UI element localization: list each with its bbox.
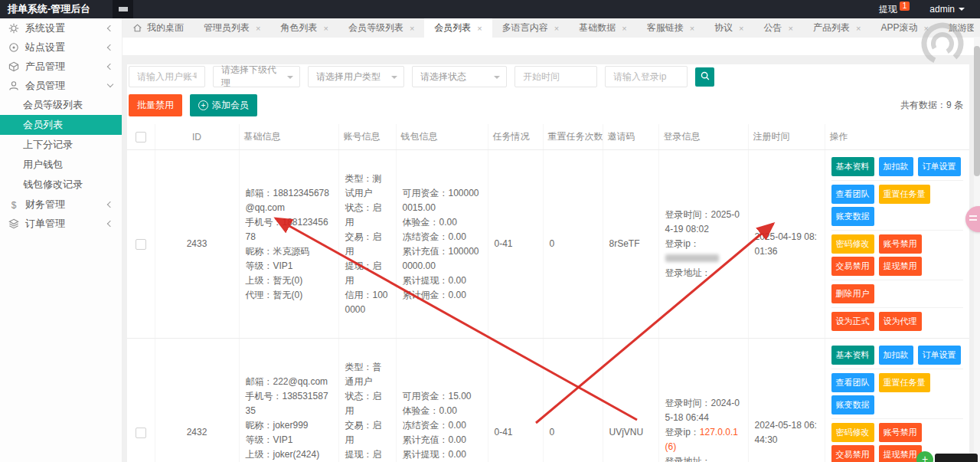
login-ip-input[interactable] <box>605 66 688 87</box>
action-button[interactable]: 设为正式 <box>831 312 874 331</box>
close-icon[interactable]: × <box>477 24 482 33</box>
field-label: 体验金： <box>403 217 439 228</box>
tab-item[interactable]: APP滚动× <box>871 18 938 38</box>
close-icon[interactable]: × <box>622 24 626 33</box>
action-button[interactable]: 账变数据 <box>831 395 874 414</box>
finance-icon: $ <box>8 198 19 210</box>
sidebar-subitem[interactable]: 会员列表 <box>0 115 122 135</box>
close-icon[interactable]: × <box>410 24 414 33</box>
sidebar-item[interactable]: 订单管理 <box>0 214 122 233</box>
field-label: 手机号： <box>246 217 283 228</box>
action-button[interactable]: 账变数据 <box>831 207 874 226</box>
tab-item[interactable]: 协议× <box>704 18 753 38</box>
action-button[interactable]: 查看团队 <box>831 373 874 392</box>
action-button[interactable]: 交易禁用 <box>831 257 874 276</box>
action-button[interactable]: 密码修改 <box>831 423 874 442</box>
sidebar-subitem[interactable]: 钱包修改记录 <box>0 175 122 195</box>
sidebar-item-label: 系统设置 <box>25 21 108 35</box>
action-group: 密码修改账号禁用交易禁用提现禁用 <box>831 231 964 280</box>
sidebar-subitem[interactable]: 上下分记录 <box>0 135 122 155</box>
sidebar-item[interactable]: $财务管理 <box>0 195 122 214</box>
batch-disable-button[interactable]: 批量禁用 <box>129 94 182 116</box>
gear-icon <box>8 22 19 34</box>
action-button[interactable]: 订单设置 <box>918 346 961 365</box>
plus-icon: + <box>198 100 208 110</box>
column-header: 任务情况 <box>488 124 543 150</box>
id-cell: 2433 <box>155 150 239 339</box>
field-value: 0.00 <box>449 434 466 445</box>
row-checkbox[interactable] <box>136 239 146 250</box>
login-info: 登录时间：2025-04-19 08:02登录ip：登录地址： <box>665 208 742 280</box>
start-time-input[interactable] <box>514 66 597 87</box>
tab-item[interactable]: 角色列表× <box>270 18 338 38</box>
agent-select[interactable]: 请选择下级代理 <box>213 66 300 87</box>
action-button[interactable]: 删除用户 <box>831 284 874 303</box>
action-button[interactable]: 交易禁用 <box>831 445 874 462</box>
close-icon[interactable]: × <box>690 24 694 33</box>
sidebar-item[interactable]: 站点设置 <box>0 38 122 57</box>
table-row: 2433邮箱：18812345678@qq.com手机号：18812345678… <box>127 150 969 339</box>
field-label: 累计充值： <box>403 434 449 445</box>
tab-item[interactable]: 基础数据× <box>569 18 636 38</box>
action-button[interactable]: 设为代理 <box>879 312 922 331</box>
close-icon[interactable]: × <box>323 24 328 33</box>
action-button[interactable]: 基本资料 <box>831 157 874 176</box>
tab-item[interactable]: 客服链接× <box>637 18 704 38</box>
tab-item[interactable]: 公告× <box>754 18 803 38</box>
action-button[interactable]: 提现禁用 <box>879 445 922 462</box>
table-header-row: ID基础信息账号信息钱包信息任务情况重置任务次数邀请码登录信息注册时间操作 <box>127 124 969 150</box>
sidebar-item[interactable]: 系统设置 <box>0 18 122 38</box>
tab-item[interactable]: 产品列表× <box>803 18 871 38</box>
action-button[interactable]: 基本资料 <box>831 346 874 365</box>
action-button[interactable]: 加扣款 <box>879 157 913 176</box>
action-button[interactable]: 密码修改 <box>831 234 874 254</box>
wallet-info-cell: 可用资金：15.00体验金：0.00冻结资金：0.00累计充值：0.00累计提现… <box>396 339 488 462</box>
user-type-select[interactable]: 请选择用户类型 <box>308 66 404 87</box>
status-select[interactable]: 请选择状态 <box>412 66 507 87</box>
tab-item[interactable]: 管理员列表× <box>194 18 270 38</box>
tab-item[interactable]: 多语言内容× <box>492 18 569 38</box>
action-button[interactable]: 重置任务量 <box>879 373 930 392</box>
add-member-label: 添加会员 <box>212 99 249 112</box>
action-button[interactable]: 账号禁用 <box>879 234 922 254</box>
add-member-button[interactable]: + 添加会员 <box>190 94 257 116</box>
withdraw-link[interactable]: 提现 1 <box>879 3 910 16</box>
tab-label: 旅游图片管理 <box>949 21 974 34</box>
field-label: 累计提现： <box>403 449 449 460</box>
action-button[interactable]: 查看团队 <box>831 185 874 204</box>
close-icon[interactable]: × <box>856 24 861 33</box>
tab-item[interactable]: 我的桌面 <box>122 18 194 38</box>
action-button[interactable]: 账号禁用 <box>879 423 922 442</box>
sidebar-subitem[interactable]: 会员等级列表 <box>0 95 122 115</box>
tab-item[interactable]: 会员等级列表× <box>338 18 424 38</box>
field-line: 累计佣金：0.00 <box>403 288 482 303</box>
wallet-info: 可用资金：1000000015.00体验金：0.00冻结资金：0.00累计充值：… <box>403 186 482 303</box>
sidebar-subitem[interactable]: 用户钱包 <box>0 155 122 175</box>
field-label: 类型： <box>345 173 373 184</box>
account-search-input[interactable] <box>129 66 205 87</box>
user-menu[interactable]: admin <box>929 4 965 15</box>
field-line: 状态：启用 <box>345 389 390 418</box>
close-icon[interactable]: × <box>923 24 928 33</box>
action-button[interactable]: 订单设置 <box>918 157 961 176</box>
select-all-checkbox[interactable] <box>136 132 146 143</box>
close-icon[interactable]: × <box>739 24 743 33</box>
close-icon[interactable]: × <box>789 24 793 33</box>
action-button[interactable]: 加扣款 <box>879 346 913 365</box>
close-icon[interactable]: × <box>256 24 260 33</box>
sidebar-item[interactable]: 产品管理 <box>0 57 122 76</box>
login-addr-line: 登录地址： <box>665 454 742 462</box>
basic-info-cell: 邮箱：222@qq.com手机号：13853158735昵称：joker999等… <box>239 339 338 462</box>
field-label: 提现： <box>345 260 373 271</box>
action-group: 查看团队重置任务量账变数据 <box>831 181 964 231</box>
search-button[interactable] <box>695 67 714 87</box>
action-button[interactable]: 提现禁用 <box>879 257 922 276</box>
sidebar-item[interactable]: 会员管理 <box>0 76 122 95</box>
tab-active[interactable]: 会员列表× <box>424 18 492 38</box>
action-button[interactable]: 重置任务量 <box>879 185 930 204</box>
scrollbar-thumb[interactable] <box>974 46 980 176</box>
tab-item[interactable]: 旅游图片管理× <box>939 18 974 38</box>
close-icon[interactable]: × <box>554 24 559 33</box>
menu-toggle-button[interactable] <box>113 0 133 18</box>
row-checkbox[interactable] <box>136 428 146 438</box>
